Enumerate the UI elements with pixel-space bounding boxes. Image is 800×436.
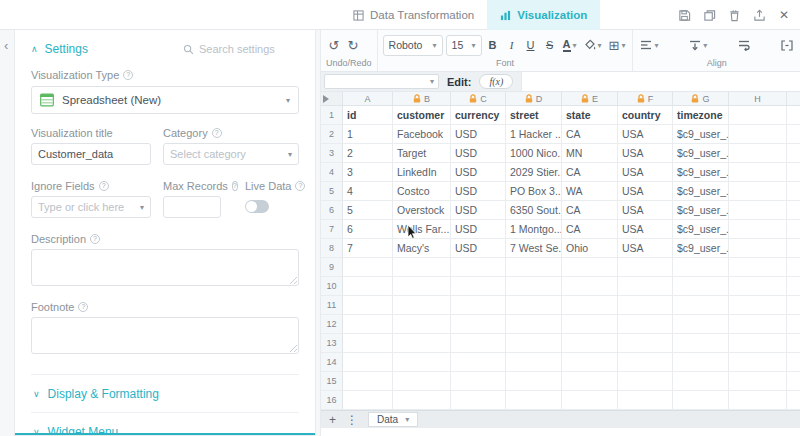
grid-cell[interactable] — [451, 277, 506, 295]
row-number[interactable]: 9 — [321, 258, 343, 276]
grid-cell[interactable]: 3 — [343, 163, 393, 181]
grid-cell[interactable] — [506, 372, 562, 390]
help-icon[interactable]: ? — [90, 234, 100, 244]
grid-cell[interactable]: USD — [451, 220, 506, 238]
grid-cell[interactable] — [343, 296, 393, 314]
help-icon[interactable]: ? — [212, 128, 222, 138]
help-icon[interactable]: ? — [123, 70, 133, 80]
grid-cell[interactable]: 5 — [343, 201, 393, 219]
row-number[interactable]: 12 — [321, 315, 343, 333]
grid-cell[interactable] — [343, 277, 393, 295]
grid-cell[interactable] — [343, 315, 393, 333]
grid-cell[interactable] — [562, 353, 618, 371]
grid-cell[interactable]: Ohio — [562, 239, 618, 257]
undo-button[interactable]: ↺ — [326, 35, 342, 55]
grid-cell[interactable] — [562, 391, 618, 409]
grid-cell[interactable] — [393, 296, 451, 314]
grid-cell[interactable] — [562, 315, 618, 333]
grid-cell[interactable]: street — [506, 106, 562, 124]
vertical-align-button[interactable]: ▾ — [687, 35, 709, 55]
row-number[interactable]: 10 — [321, 277, 343, 295]
grid-cell[interactable]: USA — [618, 220, 673, 238]
grid-cell[interactable]: CA — [562, 201, 618, 219]
grid-cell[interactable]: CA — [562, 163, 618, 181]
grid-cell[interactable] — [451, 315, 506, 333]
grid-cell[interactable] — [451, 353, 506, 371]
grid-cell[interactable]: 1 Hacker ... — [506, 125, 562, 143]
grid-cell[interactable] — [673, 258, 729, 276]
grid-cell[interactable] — [618, 353, 673, 371]
help-icon[interactable]: ? — [78, 302, 88, 312]
row-number[interactable]: 2 — [321, 125, 343, 143]
fill-color-button[interactable]: ▾ — [582, 35, 604, 55]
font-family-select[interactable]: Roboto ▾ — [383, 35, 443, 56]
grid-cell[interactable] — [618, 277, 673, 295]
grid-cell[interactable]: USD — [451, 125, 506, 143]
grid-cell[interactable] — [451, 296, 506, 314]
grid-cell[interactable] — [451, 391, 506, 409]
grid-cell[interactable]: 1 — [343, 125, 393, 143]
column-letter-B[interactable]: B — [393, 92, 451, 105]
sheet-tab-data[interactable]: Data ▾ — [368, 412, 418, 427]
grid-cell[interactable] — [729, 296, 787, 314]
grid-cell[interactable] — [343, 353, 393, 371]
grid-cell[interactable] — [393, 315, 451, 333]
grid-cell[interactable] — [618, 315, 673, 333]
grid-cell[interactable] — [393, 277, 451, 295]
horizontal-align-button[interactable]: ▾ — [638, 35, 660, 55]
grid-cell[interactable] — [562, 258, 618, 276]
panel-collapse-arrow[interactable]: ‹ — [4, 38, 8, 53]
grid-cell[interactable]: 1 Montgo... — [506, 220, 562, 238]
grid-cell[interactable]: 4 — [343, 182, 393, 200]
column-letter-H[interactable]: H — [729, 92, 787, 105]
grid-cell[interactable] — [393, 258, 451, 276]
borders-button[interactable]: ⊞ ▾ — [607, 35, 628, 55]
grid-cell[interactable]: $c9_user_... — [673, 220, 729, 238]
tab-visualization[interactable]: Visualization — [487, 0, 600, 30]
grid-cell[interactable]: 7 — [343, 239, 393, 257]
grid-cell[interactable] — [451, 372, 506, 390]
grid-cell[interactable] — [729, 334, 787, 352]
sheet-menu-button[interactable]: ⋮ — [346, 414, 358, 426]
grid-cell[interactable] — [343, 391, 393, 409]
grid-cell[interactable] — [618, 296, 673, 314]
grid-cell[interactable] — [562, 296, 618, 314]
grid-cell[interactable] — [343, 372, 393, 390]
delete-button[interactable] — [726, 7, 742, 23]
grid-cell[interactable] — [506, 315, 562, 333]
cell-range-select[interactable]: ▾ — [324, 74, 439, 89]
grid-cell[interactable] — [673, 334, 729, 352]
fx-button[interactable]: f(x) — [479, 74, 513, 89]
resize-handle-icon[interactable] — [289, 344, 297, 352]
row-number[interactable]: 8 — [321, 239, 343, 257]
grid-cell[interactable]: USD — [451, 163, 506, 181]
grid-cell[interactable]: LinkedIn — [393, 163, 451, 181]
grid-cell[interactable]: customer — [393, 106, 451, 124]
italic-button[interactable]: I — [504, 35, 520, 55]
grid-cell[interactable]: USA — [618, 163, 673, 181]
tab-data-transformation[interactable]: Data Transformation — [340, 0, 487, 30]
grid-cell[interactable]: 7 West Se... — [506, 239, 562, 257]
settings-section-header[interactable]: ∧ Settings — [31, 42, 88, 56]
close-button[interactable]: ✕ — [776, 7, 792, 23]
column-letter-D[interactable]: D — [506, 92, 562, 105]
grid-cell[interactable] — [729, 277, 787, 295]
row-number[interactable]: 5 — [321, 182, 343, 200]
grid-cell[interactable]: $c9_user_... — [673, 125, 729, 143]
grid-cell[interactable] — [451, 258, 506, 276]
grid-cell[interactable] — [729, 125, 787, 143]
column-letter-F[interactable]: F — [618, 92, 673, 105]
grid-cell[interactable] — [343, 258, 393, 276]
grid-cell[interactable] — [451, 334, 506, 352]
row-number[interactable]: 13 — [321, 334, 343, 352]
grid-cell[interactable]: USA — [618, 182, 673, 200]
row-number[interactable]: 7 — [321, 220, 343, 238]
grid-cell[interactable] — [618, 391, 673, 409]
row-number[interactable]: 4 — [321, 163, 343, 181]
grid-cell[interactable]: 2029 Stier... — [506, 163, 562, 181]
column-letter-G[interactable]: G — [673, 92, 729, 105]
grid-cell[interactable]: USD — [451, 144, 506, 162]
grid-cell[interactable]: 2 — [343, 144, 393, 162]
grid-cell[interactable]: Wells Far... — [393, 220, 451, 238]
help-icon[interactable]: ? — [295, 181, 305, 191]
